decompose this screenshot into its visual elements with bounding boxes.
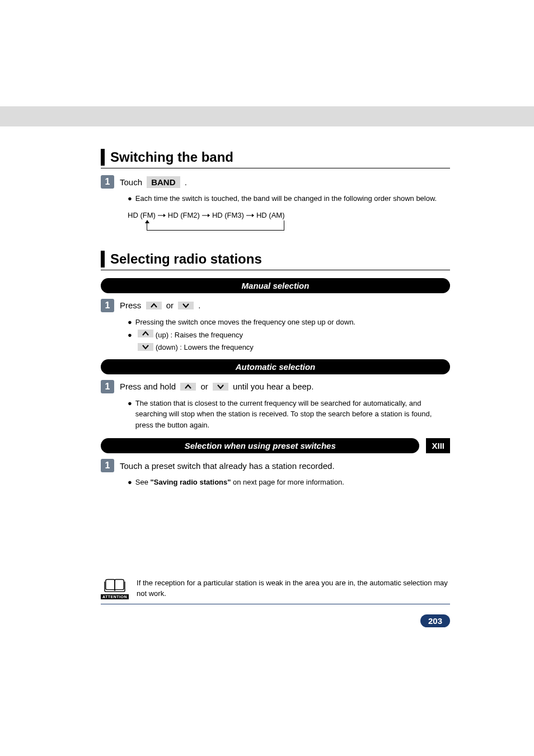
bullet-list: ● Each time the switch is touched, the b… bbox=[128, 193, 450, 204]
subsection-preset-switches-row: Selection when using preset switches XII… bbox=[101, 438, 450, 453]
svg-marker-5 bbox=[252, 214, 254, 217]
arrow-right-icon bbox=[202, 211, 210, 219]
down-text: (down) : Lowers the frequency bbox=[156, 343, 254, 351]
step-badge: 1 bbox=[101, 459, 114, 472]
subsection-automatic-selection: Automatic selection bbox=[101, 359, 450, 374]
step-row-touch-band: 1 Touch BAND . bbox=[101, 175, 450, 189]
chevron-down-icon[interactable] bbox=[213, 383, 228, 391]
step-prefix: Touch bbox=[120, 177, 144, 187]
bullet-list: ● The station that is closest to the cur… bbox=[128, 398, 450, 431]
section-heading-text: Selecting radio stations bbox=[110, 251, 262, 267]
order-return-line bbox=[147, 220, 284, 231]
svg-marker-3 bbox=[208, 214, 210, 217]
order-item-fm3: HD (FM3) bbox=[212, 211, 244, 219]
step-mid: or bbox=[164, 300, 176, 310]
chevron-down-icon bbox=[138, 343, 153, 351]
chevron-up-icon[interactable] bbox=[146, 302, 162, 309]
bullet-text: The station that is closest to the curre… bbox=[135, 398, 450, 431]
bullet-dot-icon: ● bbox=[128, 398, 132, 409]
step-text: Touch BAND . bbox=[120, 176, 187, 188]
page-number-wrap: 203 bbox=[101, 614, 450, 627]
step-text: Touch a preset switch that already has a… bbox=[120, 461, 335, 471]
bullet-list: ● See "Saving radio stations" on next pa… bbox=[128, 477, 450, 488]
subsection-preset-switches: Selection when using preset switches bbox=[101, 438, 419, 453]
step-badge: 1 bbox=[101, 175, 114, 189]
step-text: Press or . bbox=[120, 300, 201, 310]
chevron-up-icon bbox=[138, 330, 153, 337]
step-badge: 1 bbox=[101, 380, 114, 393]
bullet-prefix: See bbox=[135, 478, 151, 486]
chevron-up-icon[interactable] bbox=[180, 383, 196, 391]
book-icon bbox=[104, 577, 125, 593]
section-heading-bar bbox=[101, 149, 105, 166]
step-suffix: until you hear a beep. bbox=[231, 382, 313, 391]
section-heading-switching-band: Switching the band bbox=[101, 149, 450, 168]
order-item-fm: HD (FM) bbox=[128, 211, 156, 219]
step-suffix: . bbox=[196, 300, 200, 310]
bullet-bold: "Saving radio stations" bbox=[151, 478, 231, 486]
chapter-tab: XIII bbox=[426, 438, 450, 453]
bullet-item: ● Pressing the switch once moves the fre… bbox=[128, 317, 450, 328]
step-prefix: Press bbox=[120, 300, 144, 310]
order-row: HD (FM) HD (FM2) HD (FM3) HD (AM) bbox=[128, 211, 450, 219]
step-mid: or bbox=[198, 382, 210, 391]
bullet-dot-icon: ● bbox=[128, 477, 132, 488]
bullet-list: ● Pressing the switch once moves the fre… bbox=[128, 317, 450, 341]
subsection-manual-selection: Manual selection bbox=[101, 278, 450, 293]
bullet-item: ● (up) : Raises the frequency bbox=[128, 330, 450, 341]
bullet-text: See "Saving radio stations" on next page… bbox=[135, 477, 344, 488]
step-suffix: . bbox=[182, 177, 187, 187]
step-row-touch-preset: 1 Touch a preset switch that already has… bbox=[101, 459, 450, 472]
sub-indent-down: (down) : Lowers the frequency bbox=[128, 343, 450, 351]
bullet-item: ● Each time the switch is touched, the b… bbox=[128, 193, 450, 204]
attention-text: If the reception for a particular statio… bbox=[137, 577, 450, 599]
section-heading-bar bbox=[101, 251, 105, 267]
step-prefix: Press and hold bbox=[120, 382, 178, 391]
bullet-text: Pressing the switch once moves the frequ… bbox=[135, 317, 355, 328]
bullet-suffix: on next page for more information. bbox=[231, 478, 344, 486]
header-gray-bar bbox=[0, 106, 534, 126]
attention-icon-wrap: ATTENTION bbox=[101, 577, 129, 599]
step-badge: 1 bbox=[101, 299, 114, 312]
section-heading-text: Switching the band bbox=[110, 149, 233, 165]
page-number: 203 bbox=[420, 614, 450, 627]
section-heading-selecting-stations: Selecting radio stations bbox=[101, 251, 450, 270]
bullet-item: ● The station that is closest to the cur… bbox=[128, 398, 450, 431]
order-item-fm2: HD (FM2) bbox=[168, 211, 200, 219]
bullet-dot-icon: ● bbox=[128, 193, 132, 204]
svg-marker-1 bbox=[163, 214, 166, 217]
arrow-right-icon bbox=[246, 211, 254, 219]
bullet-dot-icon: ● bbox=[128, 330, 132, 341]
step-row-press-hold: 1 Press and hold or until you hear a bee… bbox=[101, 380, 450, 393]
chevron-down-icon[interactable] bbox=[178, 302, 194, 309]
bullet-item: ● See "Saving radio stations" on next pa… bbox=[128, 477, 450, 488]
order-item-am: HD (AM) bbox=[256, 211, 285, 219]
attention-note: ATTENTION If the reception for a particu… bbox=[101, 577, 450, 604]
bullet-dot-icon: ● bbox=[128, 317, 132, 328]
bullet-text: (up) : Raises the frequency bbox=[156, 330, 243, 341]
step-text: Press and hold or until you hear a beep. bbox=[120, 382, 313, 391]
page-content: Switching the band 1 Touch BAND . ● Each… bbox=[0, 126, 534, 627]
arrow-right-icon bbox=[158, 211, 166, 219]
band-order-diagram: HD (FM) HD (FM2) HD (FM3) HD (AM) bbox=[128, 211, 450, 231]
attention-label: ATTENTION bbox=[101, 594, 129, 599]
band-button-label[interactable]: BAND bbox=[147, 176, 180, 188]
bullet-text: Each time the switch is touched, the ban… bbox=[135, 193, 437, 204]
step-row-press-up-down: 1 Press or . bbox=[101, 299, 450, 312]
